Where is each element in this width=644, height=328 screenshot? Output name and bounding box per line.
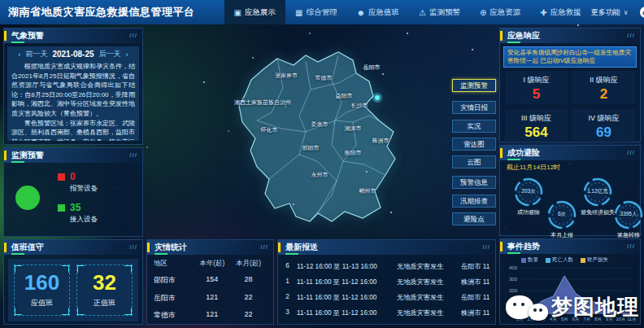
date-navigator: ‹ 前一天 2021-08-25 后一天 › [11,49,135,59]
duty-panel: 值班值守/// 160应值班32正值班 [3,239,143,325]
gauge-value: 1.12亿元 [573,188,622,195]
duty-label: 正值班 [94,298,115,308]
grid-icon: ▦ [295,8,302,17]
layer-button-5[interactable]: 云图 [452,155,496,168]
map-city-label: 湘西土家族苗族自治州 [234,98,291,107]
duty-label: 应值班 [31,298,53,308]
response-notice[interactable]: 安化县羊角塘镇周沙村白山寺一组发生地质灾害险情一起 已启动IV级应急响应 [503,46,637,68]
more-functions-menu[interactable]: 更多功能 ∨ [591,7,629,18]
map-city-label: 常德市 [315,74,333,82]
x-tick-label: 10月 [616,317,625,322]
area-chart-svg: 01002003004001月2月3月4月5月6月7月8月9月10月11月 [500,264,638,327]
layer-button-6[interactable]: 预警信息 [452,176,496,189]
chart-legend-item[interactable]: 死亡人数 [546,256,573,264]
report-row[interactable]: 111-11 16:00 至 11-12 16:00无地质灾害发生株洲市 11-… [284,278,490,286]
duty-cell: 160应值班 [14,265,70,316]
legend-swatch-icon [546,258,550,263]
weather-bulletin: 根据地质灾害成灾规律和孕灾条件，结合2021年8月25日短期气象预报情况，省自然… [11,62,135,141]
chevron-down-icon: ∨ [624,9,629,16]
report-row[interactable]: 211-11 16:00 至 11-12 16:00无地质灾害发生岳阳市 11-… [284,293,490,302]
report-status: 无地质灾害发生 [397,262,455,271]
table-cell: 121 [194,310,230,321]
monitor-body: 0报警设备35接入设备 [4,163,142,230]
table-row[interactable]: 常德市12122 [154,310,267,321]
disaster-stats-panel: 灾情统计/// 地区本年(起)本月(起)邵阳市15428岳阳市12122常德市1… [146,239,274,325]
nav-tab-emergency-duty[interactable]: ☻应急值班 [346,0,409,24]
emergency-response-panel: 应急响应/// 安化县羊角塘镇周沙村白山寺一组发生地质灾害险情一起 已启动IV级… [499,28,641,142]
map-city-label: 张家界市 [275,72,298,80]
response-level-grid: I 级响应5II 级响应2III 级响应564IV 级响应69 [505,71,635,142]
report-no: 2 [284,293,291,302]
table-row[interactable]: 邵阳市15428 [154,275,267,286]
report-row[interactable]: 611-12 16:00 至 11-13 16:00无地质灾害发生岳阳市 11-… [284,262,490,271]
report-place-time: 岳阳市 11-13 16:04:00 [461,262,490,271]
layer-button-8[interactable]: 避险点 [452,212,496,225]
shield-icon: ✚ [540,8,546,17]
next-day-button[interactable]: 后一天 [99,49,121,59]
x-tick-label: 1月 [516,317,524,322]
map-layer-buttons: 监测预警灾情日报实况雷达图云图预警信息汛期排查避险点 [452,24,496,238]
as-of-label: 截止11月14日12时 [507,163,640,172]
map-city-label: 益阳市 [336,92,353,100]
x-tick-label: 2月 [528,317,535,322]
layer-button-7[interactable]: 汛期排查 [452,195,496,208]
table-cell: 22 [230,293,267,304]
response-level-label: II 级响应 [590,75,618,85]
nav-tab-management[interactable]: ▦综合管理 [285,0,346,24]
page-right-icon[interactable]: › [126,50,128,59]
duty-cell: 32正值班 [76,265,133,316]
response-level-cell: II 级响应2 [572,71,635,104]
prev-day-button[interactable]: 前一天 [25,49,47,59]
response-level-value: 5 [533,87,540,101]
x-tick-label: 11月 [627,317,636,322]
nav-tab-emergency-resources[interactable]: ⊕应急资源 [470,0,530,24]
map-city-label: 怀化市 [261,126,278,134]
chart-legend-item[interactable]: 财产损失 [581,256,608,264]
corner-deco-icon: /// [627,146,635,160]
map-city-label: 长沙市 [351,102,368,110]
gauge-value: 3395人 [604,211,644,218]
table-cell: 常德市 [154,310,194,321]
x-tick-label: 6月 [572,317,580,322]
report-status: 无地质灾害发生 [397,278,455,286]
layer-button-2[interactable]: 灾情日报 [452,101,496,114]
corner-deco-icon: /// [129,28,137,43]
nav-tab-monitor-warning[interactable]: ⚠监测预警 [409,0,470,24]
report-no: 3 [284,308,291,317]
table-cell: 121 [194,293,230,304]
chart-legend-item[interactable]: 数量 [521,256,538,264]
legend-label: 报警设备 [70,184,98,194]
report-status: 无地质灾害发生 [397,293,455,302]
device-donut-chart [15,186,40,210]
page-left-icon[interactable]: ‹ [18,50,20,59]
response-level-value: 2 [600,87,607,101]
map-city-label: 湘潭市 [345,125,362,133]
nav-tab-label: 应急资源 [490,7,520,18]
more-functions-label: 更多功能 [591,7,620,18]
report-period: 11-11 16:00 至 11-12 16:00 [297,308,391,317]
disaster-table: 地区本年(起)本月(起)邵阳市15428岳阳市12122常德市12122 [147,255,273,323]
corner-deco-icon: /// [129,148,137,163]
map-city-label: 永州市 [311,171,329,179]
svg-text:200: 200 [509,288,518,293]
table-cell: 154 [194,275,230,286]
report-place-time: 株洲市 11-12 16:13:21 [461,278,490,286]
report-row[interactable]: 311-11 16:00 至 11-12 16:00无地质灾害发生株洲市 11-… [284,308,490,317]
map-city-label: 郴州市 [359,187,376,195]
map-city-label: 衡阳市 [345,149,362,157]
nav-tab-emergency-rescue[interactable]: ✚应急救援 [530,0,590,24]
response-level-label: I 级响应 [523,75,549,85]
province-map[interactable]: 张家界市常德市岳阳市益阳市长沙市湘西土家族苗族自治州怀化市娄底市湘潭市株洲市邵阳… [143,24,498,238]
layer-button-3[interactable]: 实况 [452,120,496,133]
user-menu[interactable]: ☻ 管理员 ∨ [640,7,644,18]
person-icon: ☻ [356,8,365,17]
svg-text:300: 300 [509,277,518,282]
svg-text:100: 100 [509,300,518,304]
layer-button-1[interactable]: 监测预警 [452,79,496,92]
legend-text: 财产损失 [587,256,608,264]
table-row[interactable]: 岳阳市12122 [154,293,267,304]
layer-button-4[interactable]: 雷达图 [452,138,496,151]
nav-tab-emergency-display[interactable]: ▣应急展示 [224,0,285,24]
panel-title: 最新报送/// [278,240,495,255]
panel-title: 气象预警/// [4,28,142,43]
